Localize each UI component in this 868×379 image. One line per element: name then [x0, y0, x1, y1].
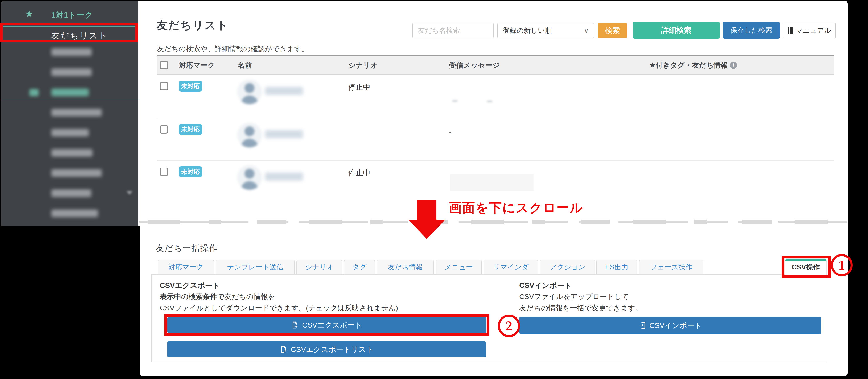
sidebar-item-redacted-1[interactable]: [51, 48, 92, 56]
tab-tag[interactable]: タグ: [344, 260, 375, 274]
manual-button[interactable]: マニュアル: [783, 23, 836, 38]
received-cell: -: [449, 128, 452, 136]
bulk-operation-title: 友だち一括操作: [156, 242, 218, 254]
avatar: [237, 123, 262, 147]
avatar: [237, 79, 262, 104]
tab-phase[interactable]: フェーズ操作: [639, 260, 704, 274]
csv-export-list-button[interactable]: CSVエクスポートリスト: [167, 341, 486, 357]
step-circle-1: 1: [831, 254, 852, 276]
redacted-name: [265, 173, 303, 180]
csv-import-button[interactable]: CSVインポート: [519, 317, 821, 334]
sort-select[interactable]: 登録の新しい順 ∨: [497, 23, 594, 38]
table-row[interactable]: 未対応 -: [157, 118, 834, 161]
csv-export-heading: CSVエクスポート: [160, 280, 220, 290]
csv-export-line1-bold: 表示中の検索条件で: [160, 292, 224, 301]
csv-import-heading: CSVインポート: [519, 280, 572, 290]
status-badge: 未対応: [179, 166, 202, 177]
tab-friend-info[interactable]: 友だち情報: [377, 260, 434, 274]
status-badge: 未対応: [179, 81, 202, 92]
row-checkbox[interactable]: [160, 168, 168, 176]
column-header-scenario: シナリオ: [348, 56, 377, 74]
page-title: 友だちリスト: [156, 18, 228, 33]
page-subtitle: 友だちの検索や、詳細情報の確認ができます。: [157, 44, 309, 54]
star-icon: ★: [25, 8, 33, 19]
saved-search-button[interactable]: 保存した検索: [723, 22, 780, 39]
csv-export-line1-rest: 友だちの情報を: [224, 292, 275, 301]
search-input[interactable]: [412, 23, 494, 38]
tab-mark[interactable]: 対応マーク: [158, 260, 214, 274]
highlight-box-csv-tab: [782, 256, 831, 278]
csv-export-list-button-label: CSVエクスポートリスト: [291, 345, 374, 354]
highlight-box-export-button: [164, 314, 489, 336]
tab-es-output[interactable]: ES出力: [596, 260, 638, 274]
csv-export-line2: CSVファイルとしてダウンロードできます。(チェックは反映されません): [160, 303, 398, 313]
sidebar-item-redacted-6[interactable]: [51, 169, 102, 177]
status-badge: 未対応: [179, 124, 202, 135]
csv-import-icon: [639, 322, 646, 329]
tabs-bottom-border: [151, 274, 828, 275]
tab-action[interactable]: アクション: [540, 260, 595, 274]
tab-scenario[interactable]: シナリオ: [297, 260, 342, 274]
csv-import-line1: CSVファイルをアップロードして: [519, 292, 629, 302]
sidebar-divider-message: [1, 100, 138, 100]
table-header-row: 対応マーク 名前 シナリオ 受信メッセージ ★付きタグ・友だち情報 i: [157, 56, 834, 75]
sidebar-item-redacted-2[interactable]: [51, 68, 92, 76]
column-header-mark: 対応マーク: [179, 56, 215, 74]
redacted-name: [265, 87, 303, 95]
scenario-cell: 停止中: [348, 168, 370, 178]
scroll-down-arrow-head: [408, 220, 445, 239]
sidebar-item-redacted-7[interactable]: [51, 190, 91, 197]
chevron-down-icon: [127, 191, 132, 195]
sort-select-value: 登録の新しい順: [503, 26, 552, 35]
table-row[interactable]: 未対応 停止中: [157, 75, 834, 118]
redacted-received-message: [450, 174, 533, 191]
row-checkbox[interactable]: [160, 82, 168, 90]
column-header-received: 受信メッセージ: [449, 56, 500, 74]
csv-import-line2: 友だちの情報を一括で変更できます。: [519, 303, 642, 313]
step-circle-2: 2: [498, 314, 520, 337]
search-button[interactable]: 検索: [598, 23, 627, 38]
sidebar-section-redacted-message: [51, 89, 89, 96]
row-checkbox[interactable]: [160, 125, 168, 134]
csv-export-line1: 表示中の検索条件で友だちの情報を: [160, 292, 275, 302]
advanced-search-button[interactable]: 詳細検索: [633, 22, 720, 39]
tab-reminder[interactable]: リマインダ: [484, 260, 538, 274]
highlight-box-friend-list: [0, 23, 138, 42]
bulk-operation-screen: 友だち一括操作 対応マーク テンプレート送信 シナリオ タグ 友だち情報 メニュ…: [140, 226, 847, 376]
redacted-tag-mark: [487, 100, 492, 102]
scenario-cell: 停止中: [348, 82, 370, 92]
book-icon: [788, 27, 793, 34]
message-section-icon: [29, 89, 39, 96]
redacted-tag-mark: [452, 100, 458, 102]
tab-menu[interactable]: メニュー: [436, 260, 482, 274]
avatar: [237, 165, 262, 190]
screenshot-tear-edge-line: [139, 221, 847, 222]
select-all-checkbox[interactable]: [160, 61, 168, 69]
chevron-down-icon: ∨: [584, 27, 589, 34]
csv-import-button-label: CSVインポート: [649, 321, 702, 331]
column-header-tags: ★付きタグ・友だち情報: [649, 56, 728, 74]
sidebar-section-1on1talk: 1対1トーク: [51, 10, 93, 21]
manual-button-label: マニュアル: [796, 26, 831, 35]
csv-export-list-icon: [280, 346, 287, 353]
scroll-instruction-text: 画面を下にスクロール: [449, 200, 583, 216]
sidebar-item-redacted-8[interactable]: [51, 210, 98, 217]
sidebar-item-redacted-4[interactable]: [51, 129, 89, 136]
column-header-name: 名前: [238, 56, 252, 74]
redacted-name: [265, 130, 303, 138]
info-icon[interactable]: i: [730, 62, 737, 69]
scroll-down-arrow: [417, 200, 436, 220]
tab-template-send[interactable]: テンプレート送信: [216, 260, 295, 274]
sidebar-item-redacted-3[interactable]: [51, 109, 102, 116]
sidebar-item-redacted-5[interactable]: [51, 149, 93, 157]
